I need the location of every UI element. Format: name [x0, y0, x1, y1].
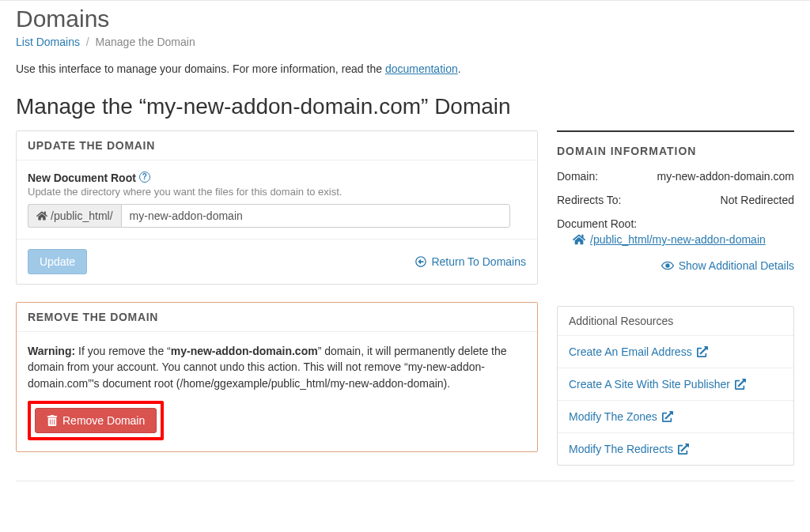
docroot-link[interactable]: /public_html/my-new-addon-domain	[573, 233, 766, 246]
resource-item-zones: Modify The Zones	[558, 401, 793, 433]
trash-icon	[47, 415, 58, 426]
remove-domain-panel: REMOVE THE DOMAIN Warning: If you remove…	[16, 302, 538, 452]
create-email-text: Create An Email Address	[569, 345, 692, 358]
remove-domain-button-label: Remove Domain	[62, 414, 145, 427]
warning-p1: If you remove the “	[75, 345, 171, 357]
update-domain-header: UPDATE THE DOMAIN	[17, 131, 537, 160]
document-root-prefix: /public_html/	[28, 204, 121, 228]
page-title: Domains	[16, 6, 794, 32]
return-to-domains-link[interactable]: Return To Domains	[415, 255, 526, 268]
additional-resources-panel: Additional Resources Create An Email Add…	[557, 306, 794, 466]
redirects-value: Not Redirected	[721, 194, 794, 206]
docroot-label: Document Root:	[557, 217, 794, 230]
modify-zones-text: Modify The Zones	[569, 410, 657, 423]
domain-label: Domain:	[557, 170, 598, 183]
remove-domain-button[interactable]: Remove Domain	[35, 408, 157, 433]
additional-resources-header: Additional Resources	[558, 307, 793, 336]
eye-icon	[661, 259, 674, 272]
domain-information-header: DOMAIN INFORMATION	[557, 145, 794, 157]
external-link-icon	[697, 346, 708, 357]
help-icon[interactable]: ?	[139, 172, 150, 183]
update-domain-panel: UPDATE THE DOMAIN New Document Root ? Up…	[16, 130, 538, 285]
modify-redirects-text: Modify The Redirects	[569, 443, 673, 455]
document-root-label-text: New Document Root	[28, 172, 136, 184]
intro-suffix: .	[458, 62, 461, 75]
resource-item-site: Create A Site With Site Publisher	[558, 368, 793, 401]
info-row-redirects: Redirects To: Not Redirected	[557, 194, 794, 206]
return-to-domains-text: Return To Domains	[431, 255, 526, 268]
remove-domain-header: REMOVE THE DOMAIN	[17, 303, 537, 332]
document-root-desc: Update the directory where you want the …	[28, 186, 526, 198]
document-root-input[interactable]	[121, 204, 510, 228]
redirects-label: Redirects To:	[557, 194, 621, 206]
bottom-divider	[16, 481, 794, 481]
breadcrumb-separator: /	[83, 36, 93, 48]
create-email-link[interactable]: Create An Email Address	[569, 345, 708, 358]
documentation-link[interactable]: documentation	[385, 62, 458, 75]
section-heading: Manage the “my-new-addon-domain.com” Dom…	[16, 94, 794, 119]
warning-label: Warning:	[28, 345, 75, 357]
home-icon	[36, 210, 47, 221]
external-link-icon	[678, 443, 689, 455]
info-row-domain: Domain: my-new-addon-domain.com	[557, 170, 794, 183]
external-link-icon	[662, 411, 673, 422]
document-root-label: New Document Root ?	[28, 172, 150, 184]
intro-prefix: Use this interface to manage your domain…	[16, 62, 385, 75]
show-additional-details-link[interactable]: Show Additional Details	[661, 259, 794, 272]
show-additional-text: Show Additional Details	[679, 259, 794, 272]
intro-text: Use this interface to manage your domain…	[16, 62, 794, 75]
update-button[interactable]: Update	[28, 249, 87, 274]
home-icon	[573, 233, 585, 246]
return-icon	[415, 256, 426, 267]
create-site-text: Create A Site With Site Publisher	[569, 378, 730, 391]
breadcrumb: List Domains / Manage the Domain	[16, 36, 794, 48]
modify-zones-link[interactable]: Modify The Zones	[569, 410, 673, 423]
warning-domain: my-new-addon-domain.com	[171, 345, 318, 357]
breadcrumb-list-domains[interactable]: List Domains	[16, 36, 80, 48]
resource-item-email: Create An Email Address	[558, 336, 793, 368]
create-site-link[interactable]: Create A Site With Site Publisher	[569, 378, 746, 391]
resource-item-redirects: Modify The Redirects	[558, 433, 793, 465]
domain-value: my-new-addon-domain.com	[657, 170, 794, 183]
docroot-value: /public_html/my-new-addon-domain	[590, 233, 766, 246]
info-row-docroot: Document Root: /public_html/my-new-addon…	[557, 217, 794, 248]
document-root-input-group: /public_html/	[28, 204, 510, 228]
document-root-prefix-text: /public_html/	[51, 209, 113, 222]
modify-redirects-link[interactable]: Modify The Redirects	[569, 443, 689, 455]
external-link-icon	[735, 379, 746, 390]
remove-button-highlight: Remove Domain	[28, 401, 164, 440]
remove-warning-text: Warning: If you remove the “my-new-addon…	[28, 343, 526, 391]
breadcrumb-current: Manage the Domain	[96, 36, 195, 48]
